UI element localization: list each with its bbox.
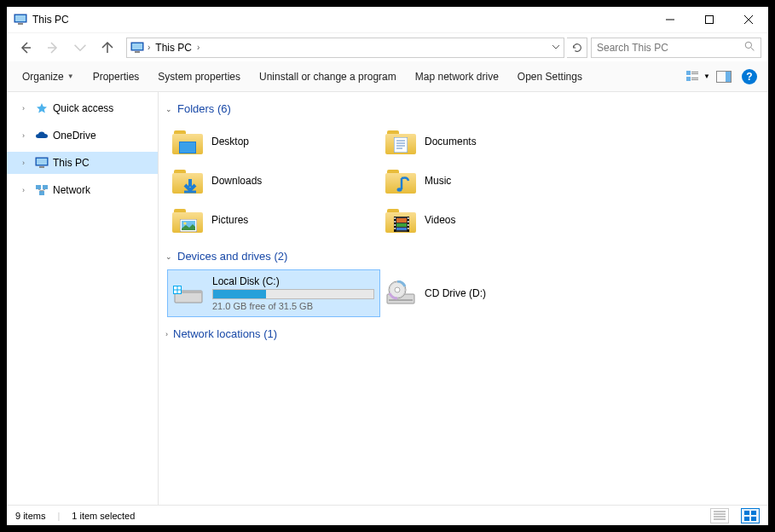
refresh-button[interactable] (567, 38, 587, 58)
svg-rect-44 (396, 218, 407, 223)
map-network-drive-button[interactable]: Map network drive (407, 66, 507, 88)
open-settings-button[interactable]: Open Settings (509, 66, 591, 88)
drive-free-text: 21.0 GB free of 31.5 GB (212, 301, 374, 311)
svg-rect-75 (744, 517, 749, 521)
drive-label: CD Drive (D:) (425, 287, 486, 299)
folder-label: Music (425, 175, 451, 187)
sidebar-item-network[interactable]: › Network (7, 179, 158, 201)
svg-rect-25 (39, 166, 44, 168)
drive-local-disk-c[interactable]: Local Disk (C:) 21.0 GB free of 31.5 GB (167, 269, 380, 317)
sidebar-item-quick-access[interactable]: › Quick access (7, 97, 158, 119)
svg-line-30 (42, 189, 45, 191)
this-pc-icon (14, 13, 27, 26)
svg-rect-53 (408, 217, 409, 219)
close-button[interactable] (729, 7, 768, 32)
svg-rect-62 (174, 291, 177, 294)
drives-grid: Local Disk (C:) 21.0 GB free of 31.5 GB … (159, 266, 768, 324)
svg-rect-49 (394, 217, 396, 219)
folder-videos[interactable]: Videos (380, 200, 593, 240)
sidebar-label: Quick access (53, 102, 113, 114)
up-button[interactable] (95, 36, 119, 60)
svg-rect-28 (39, 191, 44, 195)
expand-icon[interactable]: › (22, 131, 31, 140)
address-dropdown-icon[interactable] (552, 43, 560, 53)
preview-pane-button[interactable] (712, 65, 736, 89)
svg-rect-50 (394, 221, 396, 223)
system-properties-button[interactable]: System properties (149, 66, 249, 88)
back-button[interactable] (14, 36, 38, 60)
group-label: Network locations (1) (173, 327, 277, 340)
search-input[interactable] (597, 42, 744, 54)
drive-cd-d[interactable]: CD Drive (D:) (380, 269, 593, 317)
group-header-folders[interactable]: ⌄ Folders (6) (159, 99, 768, 119)
folder-desktop[interactable]: Desktop (167, 122, 380, 161)
group-label: Folders (6) (177, 102, 231, 115)
svg-rect-61 (178, 286, 182, 290)
svg-line-14 (751, 48, 754, 50)
folder-music[interactable]: Music (380, 161, 593, 200)
selection-count: 1 item selected (72, 511, 135, 521)
svg-line-29 (38, 189, 42, 191)
folders-grid: Desktop Documents Downloads Music Pictur… (159, 119, 768, 246)
svg-rect-54 (408, 221, 409, 223)
uninstall-program-button[interactable]: Uninstall or change a program (251, 66, 405, 88)
help-button[interactable]: ? (737, 65, 761, 89)
forward-button[interactable] (41, 36, 65, 60)
properties-button[interactable]: Properties (84, 66, 148, 88)
svg-rect-33 (394, 137, 408, 153)
svg-rect-20 (691, 79, 698, 80)
address-bar[interactable]: › This PC › (126, 38, 564, 58)
chevron-down-icon: ⌄ (165, 252, 172, 261)
minimize-button[interactable] (651, 7, 690, 32)
navigation-pane: › Quick access › OneDrive › This PC › Ne… (7, 92, 159, 505)
svg-rect-22 (726, 72, 731, 82)
search-box[interactable] (591, 38, 761, 58)
organize-button[interactable]: Organize▼ (14, 66, 83, 88)
command-bar: Organize▼ Properties System properties U… (7, 61, 768, 92)
folder-pictures[interactable]: Pictures (167, 200, 380, 240)
folder-icon (385, 129, 416, 154)
folder-downloads[interactable]: Downloads (167, 161, 380, 200)
folder-label: Desktop (211, 136, 249, 147)
details-view-button[interactable] (710, 508, 729, 523)
expand-icon[interactable]: › (22, 159, 31, 167)
content-pane: ⌄ Folders (6) Desktop Documents Download… (159, 92, 768, 505)
expand-icon[interactable]: › (22, 186, 31, 194)
svg-rect-17 (691, 73, 698, 74)
sidebar-item-this-pc[interactable]: › This PC (7, 152, 158, 174)
folder-icon (385, 207, 416, 233)
maximize-button[interactable] (690, 7, 729, 32)
svg-rect-18 (686, 77, 691, 81)
dropdown-icon: ▼ (67, 72, 74, 80)
folder-documents[interactable]: Documents (380, 122, 593, 161)
this-pc-icon (130, 42, 144, 54)
chevron-right-icon[interactable]: › (147, 43, 150, 52)
svg-rect-19 (691, 78, 698, 78)
chevron-right-icon[interactable]: › (197, 43, 200, 52)
folder-icon (172, 168, 203, 194)
svg-point-13 (745, 42, 751, 48)
folder-label: Documents (425, 136, 477, 147)
status-bar: 9 items | 1 item selected (7, 505, 768, 525)
svg-rect-56 (408, 228, 409, 229)
sidebar-label: OneDrive (53, 130, 96, 142)
sidebar-item-onedrive[interactable]: › OneDrive (7, 124, 158, 147)
svg-rect-55 (408, 224, 409, 226)
tiles-view-button[interactable] (741, 508, 760, 523)
breadcrumb-item[interactable]: This PC (153, 42, 194, 54)
svg-rect-76 (751, 517, 756, 521)
expand-icon[interactable]: › (22, 104, 31, 113)
svg-rect-15 (686, 71, 691, 75)
item-count: 9 items (15, 511, 45, 521)
group-header-network[interactable]: › Network locations (1) (159, 324, 768, 344)
svg-rect-60 (174, 286, 177, 290)
svg-rect-1 (15, 15, 26, 21)
recent-dropdown[interactable] (68, 36, 92, 60)
svg-point-42 (183, 222, 186, 224)
svg-rect-65 (389, 299, 413, 301)
folder-label: Videos (425, 214, 455, 226)
titlebar: This PC (7, 7, 768, 32)
search-icon[interactable] (744, 40, 755, 55)
view-options-button[interactable]: ▼ (686, 65, 710, 89)
group-header-drives[interactable]: ⌄ Devices and drives (2) (159, 246, 768, 266)
